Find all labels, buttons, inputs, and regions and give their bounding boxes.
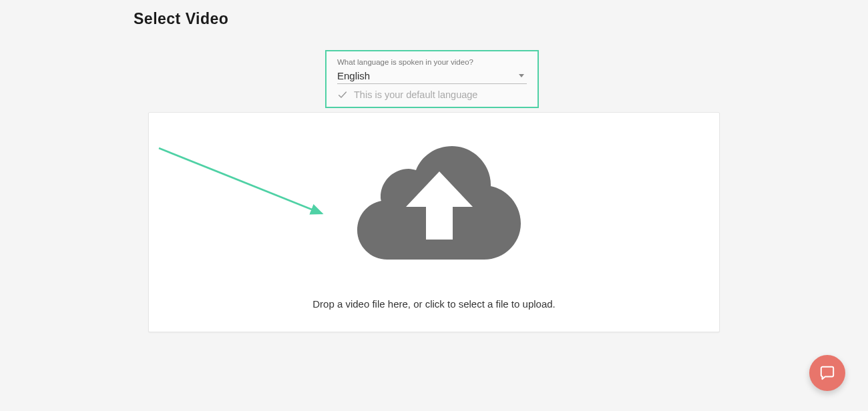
default-language-hint-text: This is your default language (354, 89, 477, 100)
language-selector-panel: What language is spoken in your video? E… (325, 50, 539, 108)
upload-dropzone[interactable]: Drop a video file here, or click to sele… (148, 112, 720, 332)
language-selected-value: English (337, 70, 370, 81)
language-prompt-label: What language is spoken in your video? (337, 58, 527, 66)
upload-instruction-text: Drop a video file here, or click to sele… (312, 298, 556, 310)
page-title: Select Video (134, 10, 228, 28)
check-icon (337, 89, 348, 100)
language-select[interactable]: English (337, 70, 527, 84)
chevron-down-icon (519, 74, 524, 77)
help-chat-button[interactable] (809, 355, 845, 391)
default-language-hint-row: This is your default language (337, 89, 527, 100)
cloud-upload-icon (341, 135, 527, 262)
